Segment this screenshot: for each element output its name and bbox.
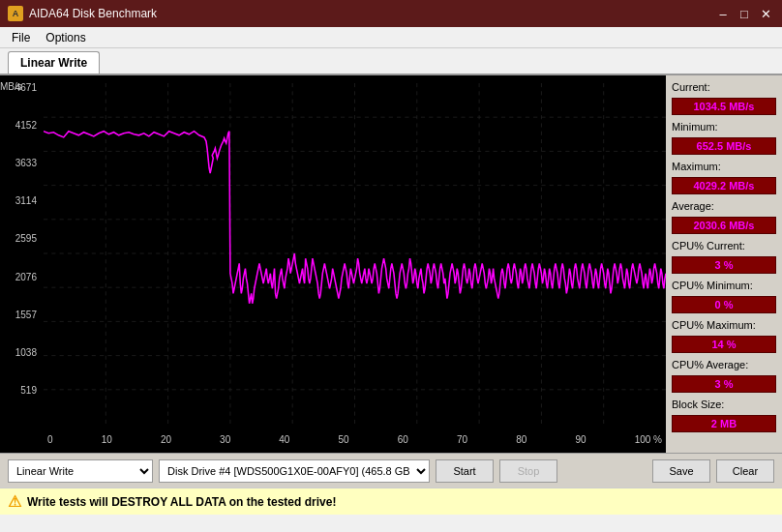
x-label-50: 50 <box>339 434 349 445</box>
menu-file[interactable]: File <box>4 29 38 46</box>
minimum-value: 652.5 MB/s <box>672 137 776 155</box>
x-label-60: 60 <box>398 434 408 445</box>
block-size-label: Block Size: <box>672 399 776 410</box>
maximum-value: 4029.2 MB/s <box>672 177 776 194</box>
title-bar: A AIDA64 Disk Benchmark – □ ✕ <box>0 0 782 27</box>
warning-icon: ⚠ <box>8 492 21 511</box>
average-value: 2030.6 MB/s <box>672 217 776 234</box>
y-label-1038: 1038 <box>15 348 37 358</box>
cpu-maximum-value: 14 % <box>672 336 776 353</box>
chart-area: MB/s 4671 4152 3633 3114 2595 2076 1557 … <box>0 75 666 453</box>
y-label-3114: 3114 <box>15 196 37 206</box>
y-label-519: 519 <box>20 386 37 396</box>
cpu-minimum-value: 0 % <box>672 296 776 313</box>
save-button[interactable]: Save <box>652 459 710 483</box>
maximum-label: Maximum: <box>672 161 776 172</box>
chart-canvas: 12:06 <box>44 83 666 424</box>
tab-linear-write[interactable]: Linear Write <box>8 51 100 74</box>
cpu-maximum-label: CPU% Maximum: <box>672 319 776 331</box>
cpu-average-label: CPU% Average: <box>672 359 776 370</box>
y-axis-labels: MB/s 4671 4152 3633 3114 2595 2076 1557 … <box>0 83 41 424</box>
disk-dropdown[interactable]: Disk Drive #4 [WDS500G1X0E-00AFY0] (465.… <box>159 459 430 483</box>
x-label-90: 90 <box>575 434 586 445</box>
menu-bar: File Options <box>0 27 782 48</box>
warning-text: Write tests will DESTROY ALL DATA on the… <box>27 495 336 509</box>
x-label-40: 40 <box>279 434 289 445</box>
y-label-4152: 4152 <box>15 121 37 131</box>
menu-options[interactable]: Options <box>38 29 93 46</box>
chart-svg <box>44 83 666 424</box>
y-label-2076: 2076 <box>15 273 37 282</box>
x-label-10: 10 <box>102 434 112 445</box>
y-label-2595: 2595 <box>15 234 37 244</box>
close-button[interactable]: ✕ <box>757 5 774 22</box>
app-icon: A <box>8 6 23 21</box>
maximize-button[interactable]: □ <box>736 5 753 22</box>
warning-bar: ⚠ Write tests will DESTROY ALL DATA on t… <box>0 488 782 515</box>
minimize-button[interactable]: – <box>714 5 732 22</box>
y-label-1557: 1557 <box>15 310 37 320</box>
current-value: 1034.5 MB/s <box>672 98 776 115</box>
start-button[interactable]: Start <box>436 459 494 483</box>
main-content: MB/s 4671 4152 3633 3114 2595 2076 1557 … <box>0 75 782 453</box>
cpu-current-label: CPU% Current: <box>672 240 776 251</box>
window-title: AIDA64 Disk Benchmark <box>29 7 157 20</box>
cpu-current-value: 3 % <box>672 256 776 274</box>
y-unit-label: MB/s <box>0 81 22 92</box>
y-label-3633: 3633 <box>15 159 37 168</box>
x-label-20: 20 <box>161 434 171 445</box>
x-label-80: 80 <box>516 434 526 445</box>
tab-bar: Linear Write <box>0 48 782 75</box>
block-size-value: 2 MB <box>672 415 776 432</box>
x-axis-labels: 0 10 20 30 40 50 60 70 80 90 100 % <box>44 434 666 445</box>
right-panel: Current: 1034.5 MB/s Minimum: 652.5 MB/s… <box>666 75 782 453</box>
x-label-0: 0 <box>47 434 53 445</box>
cpu-average-value: 3 % <box>672 375 776 393</box>
cpu-minimum-label: CPU% Minimum: <box>672 280 776 291</box>
x-label-30: 30 <box>220 434 230 445</box>
test-type-dropdown[interactable]: Linear Write <box>8 459 153 483</box>
average-label: Average: <box>672 200 776 212</box>
x-label-100: 100 % <box>635 434 662 445</box>
clear-button[interactable]: Clear <box>716 459 774 483</box>
minimum-label: Minimum: <box>672 121 776 133</box>
stop-button[interactable]: Stop <box>499 459 557 483</box>
x-label-70: 70 <box>457 434 467 445</box>
current-label: Current: <box>672 81 776 93</box>
window-controls: – □ ✕ <box>714 5 774 22</box>
controls-bar: Linear Write Disk Drive #4 [WDS500G1X0E-… <box>0 453 782 488</box>
